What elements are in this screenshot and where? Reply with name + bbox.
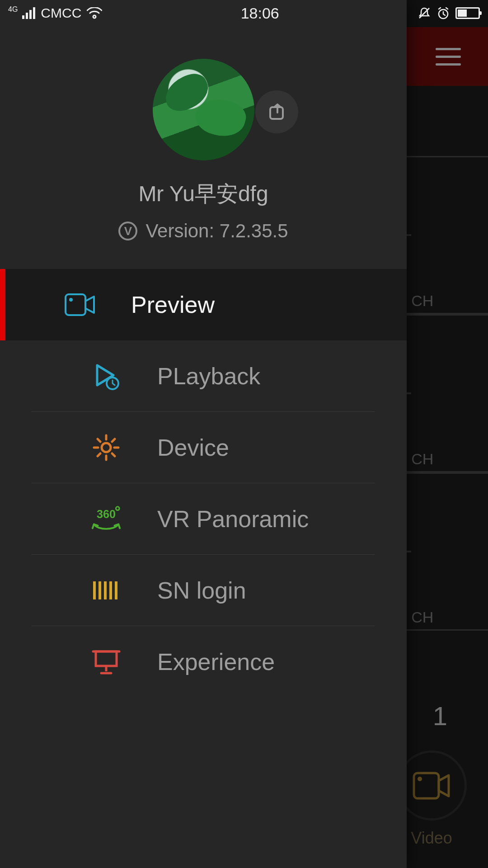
version-label: Version: 7.2.35.5	[145, 220, 288, 242]
hamburger-icon[interactable]	[436, 48, 461, 66]
menu-label: SN login	[157, 577, 246, 604]
mute-bell-icon	[418, 6, 431, 20]
menu-label: Preview	[131, 291, 215, 318]
version-badge-icon: V	[118, 222, 137, 241]
video-button-circle	[397, 750, 467, 821]
svg-rect-17	[96, 651, 117, 666]
version-row: V Version: 7.2.35.5	[118, 220, 288, 242]
svg-rect-0	[414, 773, 439, 798]
profile-section: Mr Yu早安dfg V Version: 7.2.35.5	[0, 0, 407, 269]
presentation-icon	[90, 646, 122, 678]
menu-item-playback[interactable]: PLayback	[32, 340, 375, 412]
network-badge: 4G	[8, 5, 18, 14]
menu-item-device[interactable]: Device	[32, 412, 375, 483]
alarm-icon	[436, 6, 450, 20]
menu-label: Device	[157, 434, 229, 461]
share-icon	[267, 102, 287, 123]
username: Mr Yu早安dfg	[138, 179, 268, 208]
carrier-label: CMCC	[41, 5, 81, 21]
video-button-label: Video	[411, 829, 452, 848]
wifi-icon	[87, 7, 102, 19]
camera-icon	[64, 289, 96, 321]
menu-item-preview[interactable]: Preview	[0, 269, 407, 340]
page-count: 1	[433, 701, 447, 731]
menu-item-experience[interactable]: Experience	[32, 626, 375, 698]
menu-label: PLayback	[157, 363, 260, 390]
svg-point-8	[102, 443, 111, 452]
svg-point-6	[69, 298, 73, 302]
svg-point-10	[116, 506, 119, 510]
vr-360-icon: 360	[90, 503, 122, 535]
svg-point-1	[418, 777, 422, 781]
avatar[interactable]	[153, 59, 254, 160]
menu-item-vr[interactable]: 360 VR Panoramic	[32, 483, 375, 555]
svg-text:360: 360	[97, 508, 116, 520]
menu-label: Experience	[157, 648, 275, 675]
signal-icon	[22, 7, 35, 19]
gear-icon	[90, 432, 122, 463]
side-drawer: Mr Yu早安dfg V Version: 7.2.35.5 Preview	[0, 0, 407, 868]
battery-icon	[455, 7, 480, 19]
menu-item-sn-login[interactable]: SN login	[32, 555, 375, 626]
svg-rect-5	[66, 294, 85, 315]
clock: 18:06	[102, 5, 418, 22]
camera-icon	[413, 772, 451, 800]
menu-label: VR Panoramic	[157, 505, 309, 533]
barcode-icon	[90, 575, 122, 606]
drawer-menu: Preview PLayback Device	[0, 269, 407, 698]
status-bar: 4G CMCC 18:06	[0, 0, 488, 26]
share-button[interactable]	[255, 90, 298, 133]
playback-icon	[90, 360, 122, 392]
